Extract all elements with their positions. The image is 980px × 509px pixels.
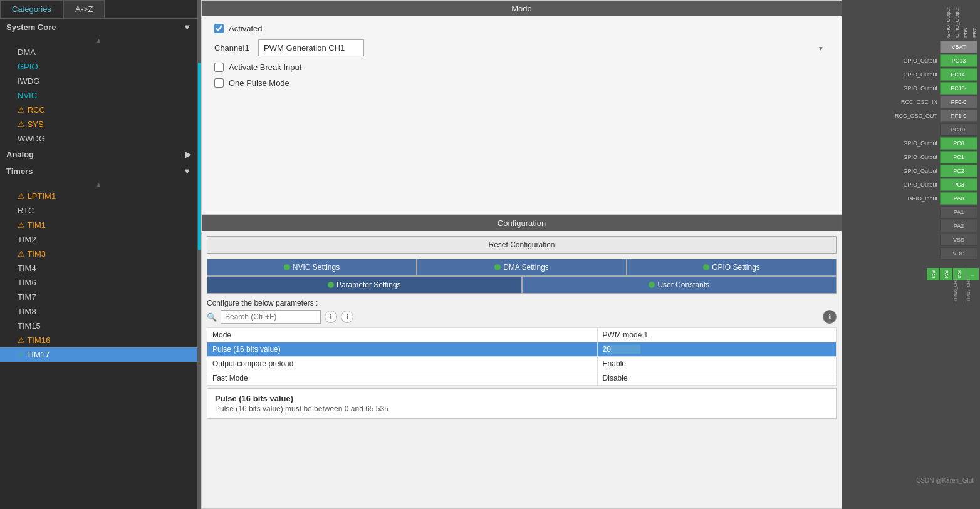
pin-chip-pc2: PC2 [940, 165, 977, 177]
sidebar-item-tim3[interactable]: TIM3 [0, 247, 197, 261]
search-input[interactable] [221, 310, 321, 324]
pin-row-vss: VSS [842, 233, 980, 247]
sidebar-item-tim4[interactable]: TIM4 [0, 261, 197, 275]
sidebar-item-tim8[interactable]: TIM8 [0, 304, 197, 319]
section-system-core[interactable]: System Core ▼ [0, 19, 197, 36]
chevron-right-icon: ▶ [185, 150, 191, 159]
sidebar-item-tim17[interactable]: TIM17 [0, 347, 197, 362]
pulse-input[interactable] [603, 345, 640, 354]
pulse-info-title: Pulse (16 bits value) [215, 394, 828, 403]
param-table: Mode PWM mode 1 Pulse (16 bits value) Ou… [207, 327, 837, 386]
channel1-select-wrapper: PWM Generation CH1 PWM Generation CH1N I… [258, 39, 829, 56]
pin-row-vdd: VDD [842, 247, 980, 260]
gpio-dot [703, 264, 709, 270]
sidebar-item-sys[interactable]: SYS [0, 117, 197, 131]
pin-pa4: PA4 [940, 268, 952, 280]
tab-dma-settings[interactable]: DMA Settings [417, 259, 627, 276]
scroll-up-indicator-2: ▲ [0, 180, 197, 189]
pin-function-pc0: GPIO_Output [842, 140, 940, 147]
config-panel-header: Configuration [202, 215, 842, 231]
param-value-preload: Enable [597, 357, 836, 371]
param-row-preload: Output compare preload Enable [207, 357, 837, 371]
pin-row-pc15: GPIO_Output PC15- [842, 81, 980, 95]
pulse-info-desc: Pulse (16 bits value) must be between 0 … [215, 404, 828, 413]
tab-nvic-settings[interactable]: NVIC Settings [207, 259, 417, 276]
channel1-row: Channel1 PWM Generation CH1 PWM Generati… [214, 39, 829, 56]
sidebar-item-tim16[interactable]: TIM16 [0, 333, 197, 347]
param-name-mode: Mode [207, 328, 598, 342]
chevron-down-icon: ▼ [183, 23, 191, 32]
param-name-fast: Fast Mode [207, 371, 598, 386]
pin-chip-pc3: PC3 [940, 178, 977, 191]
activated-row: Activated [214, 24, 829, 33]
tab-user-constants[interactable]: User Constants [522, 276, 837, 294]
sidebar-item-lptim1[interactable]: LPTIM1 [0, 189, 197, 203]
main-panel: Mode Activated Channel1 PWM Generation C… [201, 0, 842, 509]
one-pulse-checkbox[interactable] [214, 78, 224, 88]
sidebar-item-rtc[interactable]: RTC [0, 203, 197, 218]
vertical-label-pb5: PB5 [962, 1, 970, 39]
param-row-pulse[interactable]: Pulse (16 bits value) [207, 342, 837, 357]
reset-configuration-button[interactable]: Reset Configuration [207, 236, 837, 254]
param-value-mode: PWM mode 1 [597, 328, 836, 342]
nvic-settings-label: NVIC Settings [293, 263, 340, 272]
param-value-pulse[interactable] [597, 342, 836, 357]
pin-chip-pc0: PC0 [940, 137, 977, 150]
pin-row-pa0: GPIO_Input PA0 [842, 192, 980, 205]
sidebar-item-tim2[interactable]: TIM2 [0, 232, 197, 247]
sidebar-item-tim1[interactable]: TIM1 [0, 218, 197, 232]
section-analog[interactable]: Analog ▶ [0, 146, 197, 163]
param-value-fast: Disable [597, 371, 836, 386]
bottom-label-tim16: TIM16_CH1 [953, 283, 966, 302]
pin-function-pc2: GPIO_Output [842, 168, 940, 174]
pin-row-vbat: VBAT [842, 40, 980, 54]
pin-row-pc1: GPIO_Output PC1 [842, 150, 980, 164]
pin-chip-pc1: PC1 [940, 151, 977, 163]
pin-function-pf0: RCC_OSC_IN [842, 99, 940, 105]
pin-chip-pf1: PF1-0 [940, 110, 977, 122]
mode-panel-header: Mode [202, 1, 842, 16]
pin-row-pf0: RCC_OSC_IN PF0-0 [842, 95, 980, 109]
sidebar-item-dma[interactable]: DMA [0, 45, 197, 59]
pin-row-pg10: PG10- [842, 123, 980, 136]
info-button-1[interactable]: ℹ [325, 311, 337, 323]
sidebar-item-tim6[interactable]: TIM6 [0, 275, 197, 290]
pin-row-pc0: GPIO_Output PC0 [842, 136, 980, 150]
param-name-preload: Output compare preload [207, 357, 598, 371]
tab-parameter-settings[interactable]: Parameter Settings [207, 276, 522, 294]
scrollbar-thumb[interactable] [198, 63, 201, 250]
pin-chip-pc13: PC13 [940, 54, 977, 67]
channel1-select[interactable]: PWM Generation CH1 PWM Generation CH1N I… [258, 39, 364, 56]
sidebar-item-nvic[interactable]: NVIC [0, 88, 197, 103]
pin-chip-vbat: VBAT [940, 41, 977, 53]
param-row-fast: Fast Mode Disable [207, 371, 837, 386]
info-button-large[interactable]: ℹ [823, 310, 837, 324]
csdn-watermark: CSDN @Karen_Glut [916, 477, 974, 484]
activated-checkbox[interactable] [214, 24, 224, 33]
sidebar-item-gpio[interactable]: GPIO [0, 59, 197, 74]
pin-function-pc3: GPIO_Output [842, 182, 940, 188]
vertical-label-pb7: PB7 [971, 1, 979, 39]
sidebar-item-rcc[interactable]: RCC [0, 103, 197, 117]
section-timers-label: Timers [6, 167, 33, 176]
config-tabs-row2: Parameter Settings User Constants [207, 276, 837, 294]
pin-function-pc14: GPIO_Output [842, 71, 940, 78]
sidebar-item-tim7[interactable]: TIM7 [0, 290, 197, 304]
pin-row-pc3: GPIO_Output PC3 [842, 178, 980, 192]
tab-az[interactable]: A->Z [63, 0, 105, 18]
param-dot [328, 282, 334, 288]
config-tabs-row1: NVIC Settings DMA Settings GPIO Settings [207, 259, 837, 276]
tab-gpio-settings[interactable]: GPIO Settings [627, 259, 837, 276]
sidebar-item-wwdg[interactable]: WWDG [0, 131, 197, 146]
break-input-checkbox[interactable] [214, 63, 224, 72]
pin-function-pa0: GPIO_Input [842, 195, 940, 202]
tab-categories[interactable]: Categories [0, 0, 63, 18]
pin-function-pc15: GPIO_Output [842, 85, 940, 91]
sidebar-item-tim15[interactable]: TIM15 [0, 319, 197, 333]
pin-chip-pa1: PA1 [940, 206, 977, 219]
pin-pa3: PA3 [927, 268, 939, 280]
section-timers[interactable]: Timers ▼ [0, 163, 197, 180]
info-button-2[interactable]: ℹ [341, 311, 353, 323]
pin-chip-vdd: VDD [940, 247, 977, 260]
sidebar-item-iwdg[interactable]: IWDG [0, 74, 197, 88]
